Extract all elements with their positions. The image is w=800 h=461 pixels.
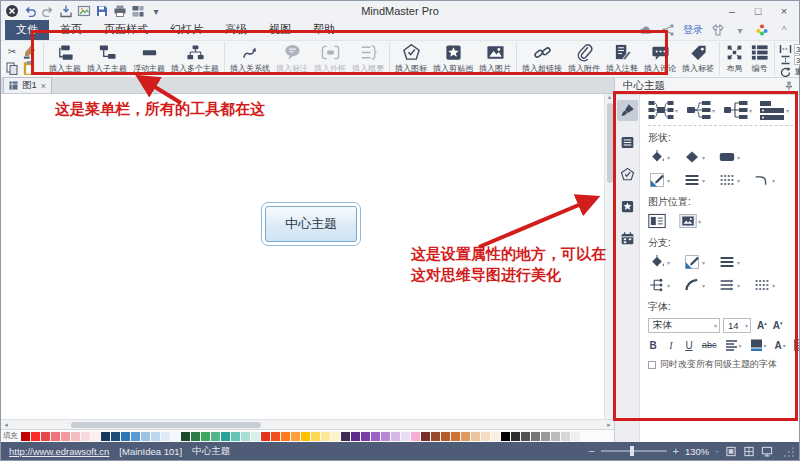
color-swatch[interactable] — [201, 432, 210, 441]
zoom-in-button[interactable]: + — [673, 445, 679, 457]
central-topic[interactable]: 中心主题 — [265, 206, 357, 242]
branch-line-button[interactable]: ▾ — [718, 254, 740, 270]
export-image-icon[interactable] — [77, 4, 91, 18]
scroll-up-icon[interactable]: ▲ — [607, 94, 613, 100]
color-swatch[interactable] — [251, 432, 260, 441]
color-swatch[interactable] — [181, 432, 190, 441]
bold-button[interactable]: B — [648, 340, 658, 351]
fit-page-icon[interactable] — [725, 446, 737, 457]
color-swatch[interactable] — [551, 432, 560, 441]
color-swatch[interactable] — [541, 432, 550, 441]
color-swatch[interactable] — [261, 432, 270, 441]
color-swatch[interactable] — [291, 432, 300, 441]
ribbon-insert-hyperlink-button[interactable]: 插入超链接 — [519, 42, 565, 74]
shape-fill-button[interactable]: ▾ — [648, 149, 670, 165]
scroll-left-icon[interactable]: ◄ — [1, 422, 11, 428]
color-swatch[interactable] — [101, 432, 110, 441]
undo-icon[interactable] — [23, 4, 37, 18]
color-swatch[interactable] — [231, 432, 240, 441]
ribbon-insert-subtopic-button[interactable]: 插入子主题 — [84, 42, 130, 74]
menu-tab-view[interactable]: 视图 — [258, 20, 302, 40]
slideshow-icon[interactable] — [131, 4, 145, 18]
color-swatch[interactable] — [281, 432, 290, 441]
color-swatch[interactable] — [341, 432, 350, 441]
layout-mindmap-both-button[interactable]: ▾ — [648, 100, 678, 120]
menu-tab-home[interactable]: 首页 — [49, 20, 93, 40]
panel-tab-outline-icon[interactable] — [617, 132, 638, 153]
reset-button[interactable]: 重置 — [779, 66, 800, 77]
color-swatch[interactable] — [401, 432, 410, 441]
ribbon-floating-topic-button[interactable]: 浮动主题 — [130, 42, 168, 74]
color-swatch[interactable] — [271, 432, 280, 441]
ribbon-numbering-button[interactable]: 编号 — [747, 42, 772, 74]
color-swatch[interactable] — [91, 432, 100, 441]
color-swatch[interactable] — [571, 432, 580, 441]
color-swatch[interactable] — [141, 432, 150, 441]
color-swatch[interactable] — [391, 432, 400, 441]
color-swatch[interactable] — [301, 432, 310, 441]
color-swatch[interactable] — [421, 432, 430, 441]
branch-curve-button[interactable]: ▾ — [683, 277, 705, 293]
color-swatch[interactable] — [331, 432, 340, 441]
color-swatch[interactable] — [221, 432, 230, 441]
color-swatch[interactable] — [41, 432, 50, 441]
minimize-button[interactable]: – — [719, 3, 745, 19]
ribbon-insert-topic-button[interactable]: 插入主题 — [46, 42, 84, 74]
color-swatch[interactable] — [121, 432, 130, 441]
layout-mindmap-right-button[interactable]: ▾ — [685, 100, 715, 120]
promotion-icon[interactable] — [755, 24, 769, 37]
format-painter-icon[interactable] — [21, 44, 37, 59]
copy-icon[interactable] — [5, 60, 19, 75]
shape-change-button[interactable]: ▾ — [683, 149, 705, 165]
shape-dash-style-button[interactable]: ▾ — [718, 172, 740, 188]
ribbon-insert-comment-button[interactable]: 插入评论 — [641, 42, 679, 74]
branch-layout-button[interactable]: ▾ — [648, 277, 670, 293]
italic-button[interactable]: I — [666, 340, 676, 351]
color-swatch[interactable] — [351, 432, 360, 441]
color-swatch[interactable] — [501, 432, 510, 441]
color-swatch[interactable] — [161, 432, 170, 441]
color-swatch[interactable] — [21, 432, 30, 441]
horizontal-spacing-input[interactable] — [794, 44, 800, 54]
zoom-out-button[interactable]: − — [588, 445, 594, 457]
color-swatch[interactable] — [431, 432, 440, 441]
font-size-select[interactable]: 14▾ — [723, 318, 751, 333]
color-swatch[interactable] — [451, 432, 460, 441]
panel-tab-task-icon[interactable] — [617, 228, 638, 249]
pin-icon[interactable] — [784, 81, 794, 91]
branch-dash-button[interactable]: ▾ — [753, 277, 775, 293]
collapse-ribbon-icon[interactable]: ^ — [777, 24, 791, 37]
ribbon-insert-multiple-topics-button[interactable]: 插入多个主题 — [168, 42, 222, 74]
color-swatch[interactable] — [51, 432, 60, 441]
ribbon-insert-clipart-button[interactable]: 插入剪贴画 — [430, 42, 476, 74]
layout-list-button[interactable]: ▾ — [759, 100, 789, 120]
zoom-slider[interactable] — [601, 450, 667, 452]
ribbon-insert-note-button[interactable]: 插入注释 — [603, 42, 641, 74]
login-link[interactable]: 登录 — [683, 23, 703, 37]
branch-fill-button[interactable]: ▾ — [683, 254, 705, 270]
shape-fill-style-button[interactable]: ▾ — [648, 172, 670, 188]
print-icon[interactable] — [113, 4, 127, 18]
ribbon-insert-relation-button[interactable]: 插入关系线 — [227, 42, 273, 74]
layout-tree-button[interactable]: ▾ — [722, 100, 752, 120]
font-family-select[interactable]: 宋体▾ — [648, 318, 720, 333]
image-only-button[interactable]: ▾ — [679, 213, 701, 229]
zoom-slider-thumb[interactable] — [630, 446, 634, 456]
color-swatch[interactable] — [371, 432, 380, 441]
color-swatch[interactable] — [361, 432, 370, 441]
redo-icon[interactable] — [41, 4, 55, 18]
panel-tab-clipart-icon[interactable] — [617, 196, 638, 217]
theme-caret-icon[interactable]: ▾ — [733, 24, 747, 37]
color-swatch[interactable] — [131, 432, 140, 441]
save-icon[interactable] — [95, 4, 109, 18]
color-swatch[interactable] — [471, 432, 480, 441]
color-swatch[interactable] — [441, 432, 450, 441]
ribbon-insert-attachment-button[interactable]: 插入附件 — [565, 42, 603, 74]
cloud-icon[interactable] — [639, 24, 653, 37]
vertical-scrollbar[interactable]: ▲ — [604, 94, 614, 419]
color-swatch[interactable] — [71, 432, 80, 441]
color-swatch[interactable] — [481, 432, 490, 441]
branch-arrow-button[interactable]: ▾ — [718, 277, 740, 293]
share-icon[interactable] — [661, 24, 675, 37]
color-swatch[interactable] — [61, 432, 70, 441]
